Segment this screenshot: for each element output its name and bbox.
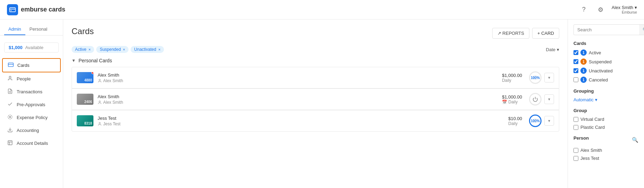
filter-checkbox[interactable]	[573, 77, 578, 82]
card-info: Alex Smith Alex Smith	[98, 72, 502, 83]
tab-admin[interactable]: Admin	[4, 24, 25, 35]
account-details-icon	[7, 140, 13, 147]
sidebar-nav: CardsPeopleTransactionsPre-ApprovalsExpe…	[0, 58, 63, 150]
group-filter-virtual-card: Virtual Card	[573, 117, 638, 122]
search-button[interactable]: 🔍	[639, 24, 644, 35]
card-row[interactable]: 4880 Alex Smith Alex Smith $1,000.00 Dai…	[72, 67, 559, 88]
header: emburse cards ? ⚙ Alex Smith ▾ Emburse	[0, 0, 644, 19]
card-period: Daily	[502, 78, 522, 83]
filter-text: Virtual Card	[580, 117, 604, 122]
card-amount: $1,000.00 Daily	[502, 73, 522, 83]
card-expand-button[interactable]: ▾	[544, 116, 554, 126]
filter-label[interactable]: 1 Unactivated	[573, 68, 638, 74]
filter-checkbox[interactable]	[573, 148, 578, 153]
person-header: Person 🔍	[573, 135, 638, 144]
card-expand-button[interactable]: ▾	[544, 94, 554, 104]
sidebar-item-accounting[interactable]: Accounting	[2, 124, 61, 137]
card-amount-value: $10.00	[508, 116, 522, 121]
card-row[interactable]: 8318 Jess Test Jess Test $10.00 Daily 10…	[72, 110, 559, 132]
card-expand-button[interactable]: ▾	[544, 73, 554, 83]
cards-icon	[8, 62, 14, 69]
chip-close[interactable]: ×	[158, 47, 160, 52]
filter-badge: 1	[580, 68, 587, 74]
card-filter-items: 1 Active 1 Suspended 1 Unactivated 1 Can…	[573, 49, 638, 83]
card-number: 8318	[84, 122, 92, 125]
sidebar-item-label: Pre-Approvals	[17, 102, 45, 107]
settings-icon[interactable]: ⚙	[595, 4, 606, 15]
date-sort[interactable]: Date ▾	[546, 47, 559, 52]
filter-label[interactable]: Jess Test	[573, 156, 638, 161]
sidebar-item-label: People	[17, 76, 31, 81]
card-name: Alex Smith	[98, 94, 502, 99]
card-name: Alex Smith	[98, 72, 502, 78]
transactions-icon	[7, 88, 13, 95]
person-filter-items: Alex Smith Jess Test	[573, 148, 638, 161]
card-row[interactable]: 2406 Alex Smith Alex Smith $1,000.00 📅 D…	[72, 88, 559, 110]
chip-label: Suspended	[100, 47, 121, 52]
card-amount: $10.00 Daily	[508, 116, 522, 126]
filter-text: Canceled	[589, 77, 608, 83]
sidebar-item-cards[interactable]: Cards	[2, 58, 61, 72]
sidebar-item-expense-policy[interactable]: Expense Policy	[2, 111, 61, 124]
grouping-value[interactable]: Automatic ▾	[573, 97, 638, 102]
filter-chip-suspended: Suspended×	[96, 46, 129, 53]
filter-badge: 1	[580, 49, 587, 56]
filter-label[interactable]: 1 Suspended	[573, 58, 638, 65]
reports-button[interactable]: ↗ REPORTS	[492, 28, 529, 39]
chip-close[interactable]: ×	[89, 47, 91, 52]
sidebar-item-people[interactable]: People	[2, 72, 61, 85]
svg-point-2	[11, 10, 11, 11]
card-amount: $1,000.00 📅 Daily	[502, 94, 522, 104]
filter-text: Plastic Card	[580, 125, 605, 130]
sidebar-item-pre-approvals[interactable]: Pre-Approvals	[2, 98, 61, 111]
card-number: 4880	[84, 78, 92, 82]
filter-text: Alex Smith	[580, 148, 602, 153]
main-layout: Admin Personal $1,000 Available CardsPeo…	[0, 19, 644, 188]
card-info: Jess Test Jess Test	[98, 116, 508, 126]
card-person: Alex Smith	[98, 100, 502, 105]
filter-badge: 1	[580, 58, 587, 65]
filter-label[interactable]: Virtual Card	[573, 117, 638, 122]
person-filter-alex-smith: Alex Smith	[573, 148, 638, 153]
sidebar-item-transactions[interactable]: Transactions	[2, 85, 61, 98]
filter-checkbox[interactable]	[573, 125, 578, 130]
filter-label[interactable]: Alex Smith	[573, 148, 638, 153]
filter-checkbox[interactable]	[573, 50, 578, 55]
sidebar: Admin Personal $1,000 Available CardsPeo…	[0, 19, 63, 188]
card-list: 4880 Alex Smith Alex Smith $1,000.00 Dai…	[72, 67, 559, 132]
card-power	[529, 93, 542, 105]
user-menu[interactable]: Alex Smith ▾ Emburse	[612, 5, 637, 14]
pre-approvals-icon	[7, 101, 13, 108]
sidebar-tabs: Admin Personal	[0, 24, 63, 36]
section-toggle[interactable]: ▼	[72, 58, 76, 63]
filter-checkbox[interactable]	[573, 117, 578, 122]
filter-checkbox[interactable]	[573, 68, 578, 73]
card-person: Jess Test	[98, 122, 508, 126]
sidebar-item-label: Account Details	[17, 141, 48, 146]
filter-checkbox[interactable]	[573, 156, 578, 161]
search-input[interactable]	[573, 24, 639, 35]
filter-label[interactable]: 1 Canceled	[573, 77, 638, 83]
logo-text: emburse cards	[21, 6, 65, 13]
card-thumbnail: 2406	[77, 94, 93, 105]
user-org: Emburse	[622, 10, 637, 14]
filter-checkbox[interactable]	[573, 59, 578, 64]
filter-label[interactable]: 1 Active	[573, 49, 638, 56]
help-icon[interactable]: ?	[578, 4, 589, 15]
chip-label: Active	[75, 47, 86, 52]
logo: emburse cards	[7, 4, 65, 15]
person-search-icon[interactable]: 🔍	[632, 137, 638, 143]
filter-label[interactable]: Plastic Card	[573, 125, 638, 130]
person-title: Person	[573, 135, 589, 141]
filter-chip-active: Active×	[72, 46, 94, 53]
sidebar-item-label: Accounting	[17, 128, 39, 133]
tab-personal[interactable]: Personal	[25, 24, 51, 35]
card-person: Alex Smith	[98, 78, 502, 83]
sidebar-item-label: Expense Policy	[17, 115, 48, 120]
sidebar-item-account-details[interactable]: Account Details	[2, 137, 61, 150]
logo-icon	[7, 4, 18, 15]
card-name: Jess Test	[98, 116, 508, 121]
add-card-button[interactable]: + CARD	[532, 28, 559, 39]
content-area: Cards ↗ REPORTS + CARD Active×Suspended×…	[63, 19, 568, 188]
chip-close[interactable]: ×	[123, 47, 125, 52]
